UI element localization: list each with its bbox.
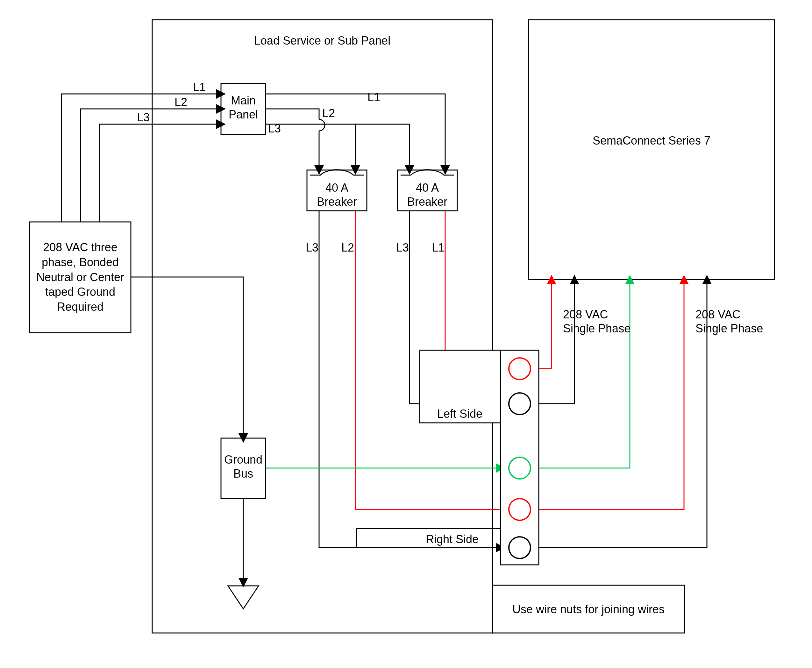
wire-nuts-text: Use wire nuts for joining wires — [512, 603, 665, 616]
phase-label-left-2: Single Phase — [563, 322, 630, 335]
breaker2-out-L1: L1 — [432, 241, 444, 254]
phase-label-right-1: 208 VAC — [695, 308, 740, 321]
line-label-L3-2: L3 — [268, 122, 281, 135]
right-side-label: Right Side — [426, 533, 479, 546]
breaker1-out-L2: L2 — [341, 241, 354, 254]
line-label-L2-1: L2 — [174, 95, 187, 109]
line-label-L1-1: L1 — [193, 80, 206, 94]
breaker-1-text: Breaker — [317, 195, 357, 208]
line-label-L2-2: L2 — [322, 107, 335, 120]
phase-label-right-2: Single Phase — [695, 322, 763, 335]
left-side-label: Left Side — [437, 407, 483, 420]
breaker1-out-L3: L3 — [306, 241, 318, 254]
breaker2-out-L3: L3 — [396, 241, 409, 254]
phase-label-left-1: 208 VAC — [563, 308, 608, 321]
panel-title: Load Service or Sub Panel — [254, 34, 390, 47]
breaker-1-amps: 40 A — [326, 181, 348, 194]
source-box-text: 208 VAC three phase, Bonded Neutral or C… — [33, 225, 128, 329]
main-panel-label-2: Panel — [229, 108, 258, 121]
device-box — [529, 20, 774, 280]
breaker-2-text: Breaker — [407, 195, 448, 208]
ground-bus-l1: Ground — [224, 453, 262, 466]
device-label: SemaConnect Series 7 — [593, 134, 710, 147]
main-panel-label-1: Main — [231, 94, 256, 107]
line-label-L1-2: L1 — [368, 91, 380, 104]
ground-bus-l2: Bus — [234, 467, 253, 480]
breaker-2-amps: 40 A — [416, 181, 439, 194]
line-label-L3-1: L3 — [137, 111, 150, 124]
